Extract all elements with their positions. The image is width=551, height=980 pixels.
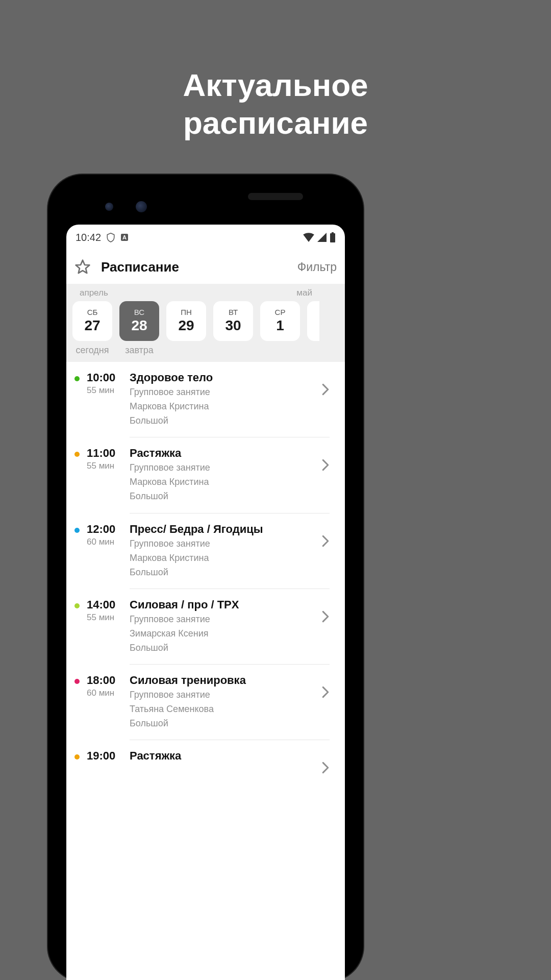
today-label: сегодня: [72, 345, 112, 356]
status-dot: [74, 452, 80, 457]
status-dot: [74, 754, 80, 760]
day-card[interactable]: СБ27: [72, 301, 112, 341]
promo-title: Актуальное расписание: [0, 66, 551, 142]
class-duration: 55 мин: [87, 385, 130, 396]
class-duration: 60 мин: [87, 537, 130, 547]
star-icon[interactable]: [74, 259, 91, 275]
class-name: Здоровое тело: [130, 371, 321, 384]
svg-text:A: A: [122, 234, 127, 240]
class-row[interactable]: 14:0055 минСиловая / про / TPXГрупповое …: [66, 589, 345, 665]
class-time: 10:00: [87, 371, 130, 384]
battery-icon: [330, 232, 336, 242]
chevron-right-icon: [321, 447, 337, 513]
class-trainer: Татьяна Семенкова: [130, 702, 321, 716]
chevron-right-icon: [321, 371, 337, 437]
day-card[interactable]: СР1: [260, 301, 300, 341]
class-type: Групповое занятие: [130, 461, 321, 474]
class-row[interactable]: 18:0060 минСиловая тренировкаГрупповое з…: [66, 665, 345, 740]
class-time: 14:00: [87, 598, 130, 611]
day-number: 29: [178, 316, 194, 334]
promo-line2: расписание: [0, 104, 551, 142]
status-dot: [74, 528, 80, 533]
class-duration: 55 мин: [87, 612, 130, 623]
status-dot: [74, 603, 80, 608]
class-room: Большой: [130, 414, 321, 427]
class-name: Пресс/ Бедра / Ягодицы: [130, 523, 321, 536]
chevron-right-icon: [321, 674, 337, 740]
class-name: Растяжка: [130, 447, 321, 460]
day-number: 28: [131, 316, 147, 334]
svg-rect-2: [332, 232, 334, 233]
class-time: 12:00: [87, 523, 130, 536]
shield-icon: [106, 232, 115, 242]
class-type: Групповое занятие: [130, 612, 321, 626]
status-bar: 10:42 A: [66, 225, 345, 250]
status-time: 10:42: [76, 232, 101, 243]
class-name: Силовая тренировка: [130, 674, 321, 687]
class-trainer: Маркова Кристина: [130, 551, 321, 565]
date-strip: апрель май СБ27ВС28ПН29ВТ30СР1 сегодня з…: [66, 284, 345, 362]
class-duration: 60 мин: [87, 688, 130, 698]
class-room: Большой: [130, 566, 321, 579]
phone-speaker: [248, 193, 303, 200]
phone-camera: [105, 203, 113, 211]
month-label-right: май: [296, 288, 337, 298]
class-trainer: Маркова Кристина: [130, 400, 321, 413]
schedule-list[interactable]: 10:0055 минЗдоровое телоГрупповое заняти…: [66, 362, 345, 774]
promo-line1: Актуальное: [0, 66, 551, 104]
day-card[interactable]: [307, 301, 319, 341]
class-time: 11:00: [87, 447, 130, 460]
cellular-icon: [317, 233, 327, 242]
class-room: Большой: [130, 717, 321, 730]
day-number: 1: [276, 316, 284, 334]
svg-rect-3: [330, 233, 335, 242]
chevron-right-icon: [321, 523, 337, 589]
class-duration: 55 мин: [87, 461, 130, 471]
day-dow: СБ: [87, 308, 98, 316]
badge-icon: A: [120, 233, 129, 241]
day-card[interactable]: ВТ30: [213, 301, 253, 341]
day-dow: ВТ: [229, 308, 238, 316]
class-type: Групповое занятие: [130, 537, 321, 550]
class-name: Растяжка: [130, 749, 321, 763]
day-dow: СР: [275, 308, 286, 316]
wifi-icon: [303, 233, 314, 242]
page-title: Расписание: [101, 259, 287, 275]
tomorrow-label: завтра: [119, 345, 159, 356]
chevron-right-icon: [321, 749, 337, 774]
day-dow: ПН: [181, 308, 192, 316]
filter-button[interactable]: Фильтр: [297, 260, 337, 274]
class-row[interactable]: 19:00Растяжка: [66, 740, 345, 774]
status-dot: [74, 376, 80, 381]
day-number: 27: [84, 316, 100, 334]
class-row[interactable]: 11:0055 минРастяжкаГрупповое занятиеМарк…: [66, 437, 345, 513]
class-row[interactable]: 12:0060 минПресс/ Бедра / ЯгодицыГруппов…: [66, 513, 345, 589]
class-room: Большой: [130, 489, 321, 503]
class-type: Групповое занятие: [130, 385, 321, 399]
class-trainer: Маркова Кристина: [130, 475, 321, 488]
class-time: 19:00: [87, 749, 130, 763]
phone-camera: [136, 201, 147, 212]
day-number: 30: [225, 316, 241, 334]
phone-screen: 10:42 A Расписание Фильтр: [66, 225, 345, 980]
class-row[interactable]: 10:0055 минЗдоровое телоГрупповое заняти…: [66, 362, 345, 437]
status-dot: [74, 679, 80, 684]
class-trainer: Зимарская Ксения: [130, 627, 321, 640]
class-type: Групповое занятие: [130, 688, 321, 701]
month-label-left: апрель: [74, 288, 296, 298]
class-name: Силовая / про / TPX: [130, 598, 321, 611]
day-card[interactable]: ПН29: [166, 301, 206, 341]
day-card[interactable]: ВС28: [119, 301, 159, 341]
days-row[interactable]: СБ27ВС28ПН29ВТ30СР1: [66, 301, 345, 341]
svg-marker-4: [76, 260, 90, 273]
class-time: 18:00: [87, 674, 130, 687]
class-room: Большой: [130, 641, 321, 654]
app-header: Расписание Фильтр: [66, 250, 345, 284]
chevron-right-icon: [321, 598, 337, 665]
day-dow: ВС: [134, 308, 144, 316]
